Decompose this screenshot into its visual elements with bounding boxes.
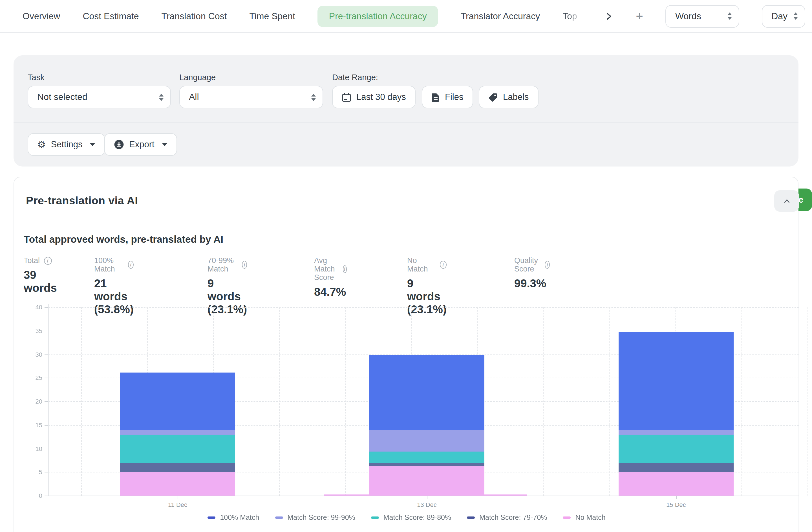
select-updown-icon — [159, 94, 163, 101]
tab-time-spent[interactable]: Time Spent — [249, 11, 295, 21]
tag-icon — [488, 92, 498, 102]
legend-marker-icon — [275, 517, 283, 519]
chevron-up-icon — [782, 197, 791, 205]
bar-segment-11-dec-match-score-99-90-[interactable] — [120, 430, 235, 435]
chart-section-title: Total approved words, pre-translated by … — [24, 234, 223, 246]
select-updown-icon — [793, 12, 798, 20]
bar-segment-11-dec-match-score-89-80-[interactable] — [120, 435, 235, 463]
period-select[interactable]: Day — [762, 5, 805, 27]
settings-button-label: Settings — [51, 139, 83, 150]
y-tick-mark — [45, 472, 48, 473]
y-tick-label-10: 10 — [14, 445, 42, 452]
calendar-icon — [342, 92, 351, 102]
panel-divider — [14, 123, 798, 123]
y-tick-label-30: 30 — [14, 351, 42, 358]
x-tick-mark — [676, 495, 677, 499]
date-range-label: Date Range: — [332, 73, 378, 82]
bar-segment-13-dec-100-match[interactable] — [369, 355, 484, 430]
y-tick-label-25: 25 — [14, 375, 42, 381]
files-button[interactable]: Files — [422, 86, 473, 108]
unit-select[interactable]: Words — [666, 5, 739, 27]
y-tick-mark — [45, 495, 48, 496]
gear-icon: ⚙ — [37, 140, 46, 149]
y-tick-label-20: 20 — [14, 398, 42, 405]
x-tick-label-15-dec: 15 Dec — [654, 501, 699, 508]
y-tick-mark — [45, 331, 48, 331]
tabs-scroll-right-button[interactable] — [604, 12, 613, 20]
date-range-button[interactable]: Last 30 days — [332, 86, 416, 108]
bar-sliver-14-dec[interactable] — [484, 494, 527, 495]
settings-button[interactable]: ⚙ Settings — [28, 133, 105, 156]
tab-translator-accuracy[interactable]: Translator Accuracy — [461, 11, 540, 21]
pretranslation-card: Pre-translation via AI Total approved wo… — [14, 177, 798, 532]
bar-segment-13-dec-match-score-79-70-[interactable] — [369, 463, 484, 465]
y-tick-label-0: 0 — [14, 492, 42, 499]
x-tick-label-11-dec: 11 Dec — [155, 501, 200, 508]
legend-marker-icon — [467, 517, 475, 519]
info-icon[interactable]: i — [242, 261, 247, 269]
bar-segment-13-dec-match-score-99-90-[interactable] — [369, 430, 484, 452]
stat-total: Totali39 words — [24, 256, 57, 295]
legend-item-100-match[interactable]: 100% Match — [207, 514, 259, 521]
x-tick-mark — [178, 495, 178, 499]
bar-segment-15-dec-match-score-99-90-[interactable] — [619, 430, 734, 435]
bar-segment-15-dec-100-match[interactable] — [619, 332, 734, 430]
card-divider — [14, 225, 798, 225]
labels-button[interactable]: Labels — [479, 86, 538, 108]
gridline-y-35 — [48, 331, 799, 331]
bar-segment-15-dec-match-score-79-70-[interactable] — [619, 463, 734, 472]
info-icon[interactable]: i — [44, 256, 52, 264]
language-select[interactable]: All — [179, 86, 323, 108]
bar-segment-15-dec-match-score-89-80-[interactable] — [619, 435, 734, 463]
tab-top[interactable]: Top — [563, 11, 582, 21]
unit-select-value: Words — [675, 11, 701, 21]
x-tick-label-13-dec: 13 Dec — [404, 501, 449, 508]
download-circle-icon — [114, 139, 124, 150]
language-label: Language — [179, 73, 216, 82]
card-title: Pre-translation via AI — [26, 194, 138, 207]
info-icon[interactable]: i — [545, 261, 550, 269]
bar-segment-11-dec-match-score-79-70-[interactable] — [120, 463, 235, 472]
collapse-card-button[interactable] — [774, 190, 799, 212]
task-select[interactable]: Not selected — [28, 86, 171, 108]
info-icon[interactable]: i — [343, 265, 347, 273]
y-tick-label-40: 40 — [14, 304, 42, 310]
y-tick-mark — [45, 448, 48, 449]
stacked-bar-chart: 11 Dec13 Dec15 Dec 0510152025303540 — [14, 307, 799, 521]
file-icon — [431, 92, 440, 102]
bar-sliver-12-dec[interactable] — [324, 494, 369, 495]
info-icon[interactable]: i — [128, 261, 134, 269]
legend-marker-icon — [563, 517, 571, 519]
legend-item-match-score-99-90-[interactable]: Match Score: 99-90% — [275, 514, 355, 521]
legend-item-no-match[interactable]: No Match — [563, 514, 606, 521]
info-icon[interactable]: i — [439, 261, 447, 269]
gridline-x — [609, 307, 610, 495]
filters-panel: Task Not selected Language All Date Rang… — [14, 55, 798, 167]
tab-cost-estimate[interactable]: Cost Estimate — [83, 11, 139, 21]
add-tab-button[interactable]: + — [636, 9, 643, 24]
legend-item-match-score-79-70-[interactable]: Match Score: 79-70% — [467, 514, 547, 521]
gridline-y-0 — [48, 495, 799, 496]
y-tick-mark — [45, 354, 48, 355]
tab-pre-translation-accuracy[interactable]: Pre-translation Accuracy — [318, 5, 438, 27]
legend-item-match-score-89-80-[interactable]: Match Score: 89-80% — [371, 514, 451, 521]
bar-segment-11-dec-100-match[interactable] — [120, 373, 235, 430]
gridline-x — [543, 307, 543, 495]
plus-icon: + — [636, 9, 643, 24]
date-range-value: Last 30 days — [357, 92, 406, 102]
report-tabbar: OverviewCost EstimateTranslation CostTim… — [0, 0, 812, 33]
task-label: Task — [28, 73, 45, 82]
bar-segment-15-dec-no-match[interactable] — [619, 472, 734, 496]
x-tick-mark — [427, 495, 427, 499]
chart-legend: 100% MatchMatch Score: 99-90%Match Score… — [14, 514, 799, 521]
bar-segment-11-dec-no-match[interactable] — [120, 472, 235, 496]
select-updown-icon — [727, 12, 732, 20]
bar-segment-13-dec-match-score-89-80-[interactable] — [369, 452, 484, 463]
select-updown-icon — [311, 94, 316, 101]
bar-segment-13-dec-no-match[interactable] — [369, 465, 484, 495]
tab-overview[interactable]: Overview — [23, 11, 60, 21]
gridline-x — [345, 307, 346, 495]
tab-translation-cost[interactable]: Translation Cost — [162, 11, 227, 21]
legend-marker-icon — [207, 517, 215, 519]
export-button[interactable]: Export — [104, 133, 177, 156]
